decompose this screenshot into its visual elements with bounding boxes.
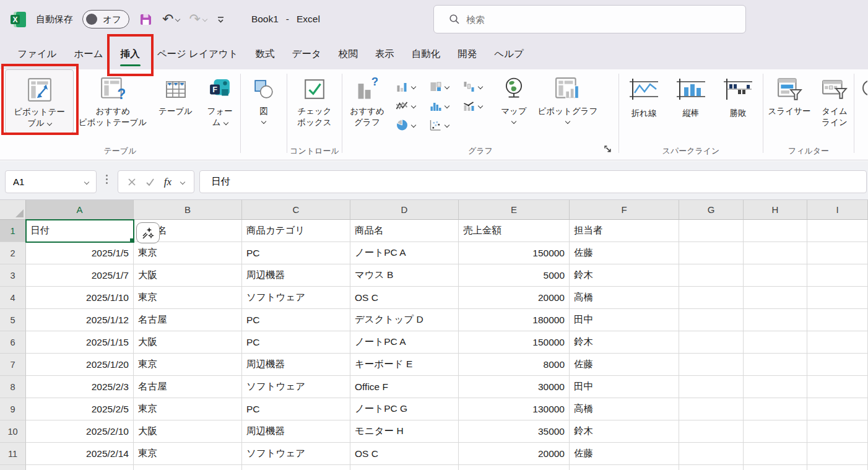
column-header-C[interactable]: C [242,200,350,220]
cell[interactable] [350,465,459,470]
cell[interactable]: 2025/1/10 [26,287,134,309]
histogram-chart-button[interactable] [427,100,460,112]
cell[interactable] [134,465,242,470]
row-header[interactable]: 4 [0,287,26,309]
search-input[interactable] [466,14,714,25]
illustrations-button[interactable]: 図 [242,69,285,123]
cell[interactable]: 150000 [459,331,570,354]
cell[interactable] [744,465,807,470]
cell[interactable]: 鈴木 [570,264,679,287]
cell[interactable]: 佐藤 [570,242,679,264]
cell[interactable]: 2025/2/3 [26,376,134,398]
forms-button[interactable]: F フォー ム [199,69,240,128]
tab-help[interactable]: ヘルプ [485,38,532,69]
cell[interactable] [679,465,744,470]
cell[interactable]: 周辺機器 [242,420,350,443]
cell[interactable]: 大阪 [134,264,242,287]
cell[interactable] [807,376,868,398]
cell[interactable]: 東京 [134,398,242,420]
column-header-H[interactable]: H [744,200,807,220]
cell[interactable] [807,242,868,264]
cell[interactable] [242,465,350,470]
cell[interactable] [807,465,868,470]
row-header[interactable]: 1 [0,220,26,242]
row-header[interactable]: 5 [0,309,26,331]
cell[interactable]: 2025/2/14 [26,443,134,465]
tab-developer[interactable]: 開発 [449,38,485,69]
line-chart-button[interactable] [393,100,427,112]
formula-input-field[interactable] [211,176,855,188]
cell[interactable]: 日付 [26,220,134,242]
row-header[interactable]: 7 [0,354,26,376]
cell[interactable] [679,242,744,264]
cell[interactable]: 5000 [459,264,570,287]
enter-icon[interactable] [145,178,155,186]
column-chart-button[interactable] [393,81,427,93]
cell[interactable] [807,354,868,376]
combo-chart-button[interactable] [460,100,493,112]
tab-data[interactable]: データ [284,38,330,69]
cell[interactable]: 150000 [459,242,570,264]
cell[interactable]: 2025/2/10 [26,420,134,443]
name-box[interactable] [5,170,97,193]
hierarchy-chart-button[interactable] [427,81,460,93]
scatter-chart-button[interactable] [427,119,460,131]
save-icon[interactable] [139,12,153,27]
cell[interactable]: 周辺機器 [242,354,350,376]
recommended-pivottables-button[interactable]: ? おすすめ ピボットテーブル [74,69,151,128]
pivottable-button[interactable]: ピボットテー ブル [5,69,74,133]
cell[interactable] [807,398,868,420]
undo-button[interactable]: ↶ [162,12,180,26]
quick-analysis-button[interactable] [136,222,160,243]
row-header[interactable]: 3 [0,264,26,287]
cell[interactable] [679,287,744,309]
cell[interactable]: 20000 [459,443,570,465]
cell[interactable]: PC [242,242,350,264]
cell[interactable]: OS C [350,287,459,309]
cell[interactable] [744,420,807,443]
cell[interactable] [744,331,807,354]
cell[interactable] [807,420,868,443]
cell[interactable] [807,309,868,331]
cell[interactable]: 高橋 [570,287,679,309]
cell[interactable]: 佐藤 [570,443,679,465]
column-header-A[interactable]: A [26,200,134,220]
cell[interactable]: OS C [350,443,459,465]
cancel-icon[interactable] [128,178,136,186]
formula-bar-grip[interactable] [106,175,108,184]
slicer-button[interactable]: スライサー [764,69,815,117]
column-header-E[interactable]: E [459,200,570,220]
row-header[interactable] [0,465,26,470]
cell[interactable]: 2025/1/12 [26,309,134,331]
cell[interactable]: PC [242,309,350,331]
cell[interactable] [679,420,744,443]
cell[interactable] [679,443,744,465]
sparkline-line-button[interactable]: 折れ線 [622,69,666,119]
select-all-corner[interactable] [0,200,26,220]
cell[interactable] [807,287,868,309]
cell[interactable]: 鈴木 [570,420,679,443]
cell[interactable]: 35000 [459,420,570,443]
cell[interactable] [679,264,744,287]
sparkline-column-button[interactable]: 縦棒 [669,69,713,119]
pie-chart-button[interactable] [393,119,427,131]
cell[interactable]: 東京 [134,242,242,264]
cell[interactable]: 8000 [459,354,570,376]
search-box[interactable] [433,5,746,33]
cell[interactable]: 2025/1/20 [26,354,134,376]
cell[interactable] [744,354,807,376]
column-header-I[interactable]: I [807,200,868,220]
cell[interactable] [807,220,868,242]
cell[interactable] [744,443,807,465]
cell[interactable]: 2025/2/5 [26,398,134,420]
cell[interactable] [679,354,744,376]
tab-review[interactable]: 校閲 [330,38,367,69]
cell[interactable] [679,331,744,354]
tab-file[interactable]: ファイル [9,38,65,69]
cell[interactable]: 180000 [459,309,570,331]
cell[interactable]: マウス B [350,264,459,287]
cell[interactable]: PC [242,398,350,420]
cell[interactable]: 田中 [570,309,679,331]
cell[interactable]: 高橋 [570,398,679,420]
row-header[interactable]: 2 [0,242,26,264]
